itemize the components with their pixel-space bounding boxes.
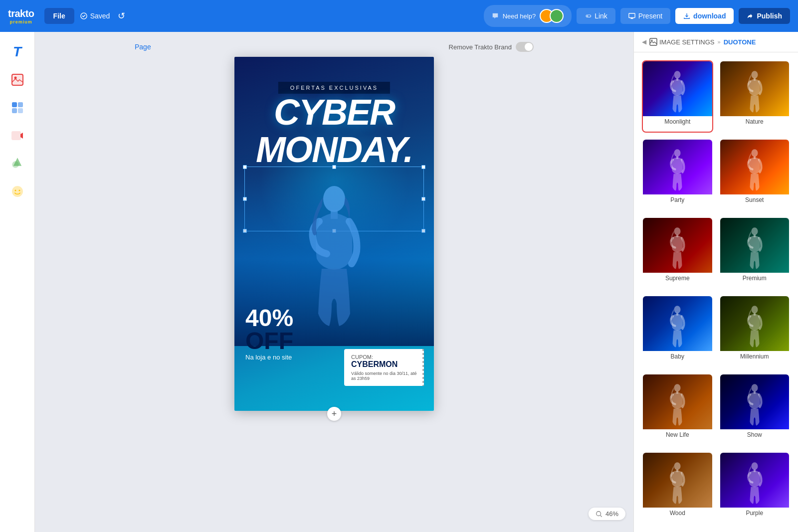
- filter-card-newlife[interactable]: New Life: [642, 373, 713, 446]
- svg-rect-5: [12, 102, 17, 107]
- right-panel: ◀ IMAGE SETTINGS » DUOTONE Moonlight Nat…: [633, 32, 798, 532]
- filter-label-millennium: Millennium: [720, 351, 790, 363]
- svg-point-18: [651, 40, 653, 41]
- canvas-area: Page Remove Trakto Brand OFERTAS EXCLUSI…: [35, 32, 633, 532]
- svg-point-14: [323, 186, 345, 212]
- svg-point-25: [751, 149, 758, 157]
- filter-preview-supreme: [643, 218, 712, 273]
- page-label[interactable]: Page: [135, 43, 151, 51]
- design-canvas[interactable]: OFERTAS EXCLUSIVAS CYBER MONDAY.: [234, 57, 434, 411]
- image-tool[interactable]: [5, 68, 29, 92]
- filter-label-newlife: New Life: [643, 429, 712, 441]
- shape-tool[interactable]: [5, 152, 29, 176]
- coupon-box: CUPOM: CYBERMON Válido somente no dia 30…: [344, 349, 424, 386]
- breadcrumb-separator: »: [718, 39, 721, 45]
- main-area: T Page Remove Trakto Brand: [0, 32, 798, 532]
- remove-brand-label: Remove Trakto Brand: [449, 43, 512, 51]
- video-tool[interactable]: [5, 124, 29, 148]
- filter-card-supreme[interactable]: Supreme: [642, 217, 713, 289]
- duotone-breadcrumb[interactable]: DUOTONE: [724, 38, 756, 46]
- promo-site: Na loja e no site: [245, 354, 293, 361]
- text-tool[interactable]: T: [5, 40, 29, 64]
- present-button[interactable]: Present: [620, 8, 670, 24]
- publish-button[interactable]: Publish: [739, 8, 790, 24]
- filter-card-premium[interactable]: Premium: [719, 217, 791, 289]
- undo-button[interactable]: ↺: [118, 10, 125, 21]
- remove-brand-toggle[interactable]: [516, 42, 534, 52]
- filter-preview-show: [720, 374, 790, 429]
- svg-point-11: [12, 186, 22, 196]
- image-icon: [649, 38, 657, 46]
- present-icon: [628, 12, 635, 19]
- zoom-indicator[interactable]: 46%: [589, 508, 625, 520]
- filter-grid: Moonlight Nature Party Sunset Supreme: [634, 52, 798, 532]
- svg-point-31: [674, 306, 681, 313]
- image-settings-breadcrumb[interactable]: IMAGE SETTINGS: [649, 38, 715, 46]
- filter-label-wood: Wood: [643, 508, 712, 520]
- svg-point-41: [751, 462, 758, 470]
- remove-brand: Remove Trakto Brand: [449, 42, 534, 52]
- filter-card-party[interactable]: Party: [642, 139, 713, 211]
- filter-label-supreme: Supreme: [643, 273, 712, 285]
- breadcrumb-back[interactable]: ◀: [642, 38, 646, 45]
- coupon-valid: Válido somente no dia 30/11, até as 23h5…: [351, 371, 417, 381]
- left-sidebar: T: [0, 32, 35, 532]
- filter-label-premium: Premium: [720, 273, 790, 285]
- sticker-tool[interactable]: [5, 179, 29, 203]
- promo-off: OFF: [245, 330, 293, 352]
- filter-woman-sunset: [740, 147, 770, 194]
- monday-text: MONDAY.: [244, 132, 424, 168]
- promo-percent: 40%: [245, 306, 293, 330]
- filter-preview-moonlight: [643, 61, 712, 116]
- filter-preview-party: [643, 140, 712, 194]
- zoom-icon: [596, 511, 602, 518]
- filter-woman-show: [740, 382, 770, 429]
- filter-woman-baby: [662, 304, 692, 351]
- logo-premium: premium: [10, 19, 32, 24]
- svg-rect-9: [12, 132, 20, 140]
- filter-preview-nature: [720, 61, 790, 116]
- filter-woman-nature: [740, 69, 770, 116]
- woman-silhouette: [284, 179, 384, 339]
- filter-label-moonlight: Moonlight: [643, 116, 712, 128]
- filter-card-millennium[interactable]: Millennium: [719, 295, 791, 367]
- filter-card-wood[interactable]: Wood: [642, 452, 713, 524]
- link-button[interactable]: Link: [577, 8, 615, 24]
- link-icon: [585, 12, 592, 19]
- svg-rect-8: [18, 108, 23, 113]
- svg-point-23: [674, 149, 681, 157]
- filter-card-show[interactable]: Show: [719, 373, 791, 446]
- filter-card-moonlight[interactable]: Moonlight: [642, 60, 713, 133]
- svg-point-29: [751, 227, 758, 235]
- logo-area: trakto premium: [8, 8, 34, 24]
- file-button[interactable]: File: [44, 8, 74, 24]
- filter-preview-wood: [643, 453, 712, 508]
- svg-point-35: [674, 384, 681, 391]
- svg-point-33: [751, 306, 758, 313]
- saved-icon: [80, 12, 87, 19]
- add-page-button[interactable]: +: [327, 407, 341, 421]
- filter-card-nature[interactable]: Nature: [719, 60, 791, 133]
- canvas-top-bar: Page Remove Trakto Brand: [135, 42, 534, 52]
- filter-card-baby[interactable]: Baby: [642, 295, 713, 367]
- logo-text: trakto: [8, 8, 34, 19]
- svg-rect-17: [650, 38, 657, 45]
- topbar: trakto premium File Saved ↺ Need help? L…: [0, 0, 798, 32]
- filter-woman-purple: [740, 460, 770, 508]
- filter-woman-moonlight: [662, 69, 692, 116]
- cyber-text: CYBER: [244, 94, 424, 130]
- filter-label-baby: Baby: [643, 351, 712, 363]
- template-tool[interactable]: [5, 96, 29, 120]
- svg-point-37: [751, 384, 758, 391]
- svg-rect-2: [12, 74, 23, 85]
- saved-button[interactable]: Saved: [80, 12, 110, 20]
- filter-card-sunset[interactable]: Sunset: [719, 139, 791, 211]
- filter-woman-premium: [740, 225, 770, 273]
- download-button[interactable]: download: [675, 8, 734, 24]
- help-button[interactable]: Need help?: [484, 5, 572, 27]
- download-icon: [683, 12, 690, 19]
- coupon-dashes: [422, 349, 424, 386]
- filter-card-purple[interactable]: Purple: [719, 452, 791, 524]
- filter-woman-supreme: [662, 225, 692, 273]
- filter-label-sunset: Sunset: [720, 194, 790, 206]
